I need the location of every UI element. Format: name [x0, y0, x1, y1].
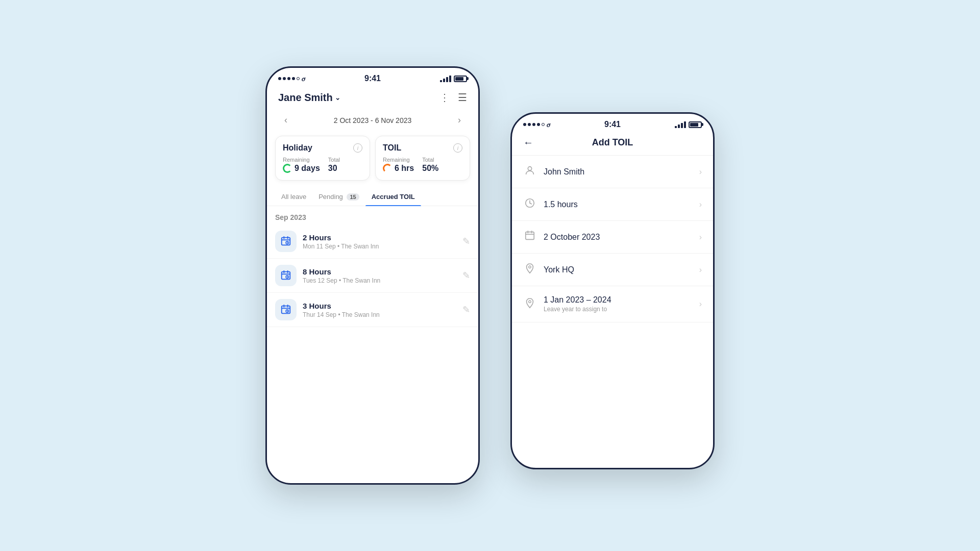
toil-remaining-text: 6 hrs: [395, 164, 414, 173]
svg-rect-7: [282, 272, 290, 280]
clock-svg: [524, 197, 535, 209]
dot-3: [287, 77, 290, 80]
battery-icon-left: [454, 76, 467, 82]
menu-icon[interactable]: ☰: [458, 91, 467, 104]
dot-2: [283, 77, 286, 80]
battery-icon-right: [689, 121, 702, 128]
svg-line-13: [287, 277, 288, 278]
toil-info-icon[interactable]: i: [453, 143, 462, 153]
leave-icon-wrap-2: [275, 299, 297, 320]
rbar-2: [678, 124, 680, 128]
add-toil-title: Add TOIL: [592, 137, 633, 148]
leave-info-0: 2 Hours Mon 11 Sep • The Swan Inn: [303, 233, 456, 250]
user-chevron-icon: ⌄: [335, 94, 340, 102]
leave-info-2: 3 Hours Thur 14 Sep • The Swan Inn: [303, 302, 456, 318]
rbar-1: [675, 126, 677, 128]
form-row-date[interactable]: 2 October 2023 ›: [512, 221, 713, 254]
holiday-title: Holiday: [283, 143, 312, 153]
date-nav: ‹ 2 Oct 2023 - 6 Nov 2023 ›: [273, 110, 472, 131]
person-svg: [524, 165, 535, 176]
rdot-3: [532, 123, 535, 126]
leave-icon-wrap-0: [275, 231, 297, 252]
toil-total: Total 50%: [422, 157, 438, 173]
battery-fill: [455, 77, 463, 81]
holiday-remaining-label: Remaining: [283, 157, 320, 163]
form-row-location[interactable]: York HQ ›: [512, 254, 713, 286]
person-value: John Smith: [544, 167, 692, 177]
status-bar-left: 𝜎 9:41: [267, 68, 478, 86]
next-date-button[interactable]: ›: [458, 115, 461, 126]
toil-remaining-value: 6 hrs: [383, 164, 414, 173]
form-row-leave-year[interactable]: 1 Jan 2023 – 2024 Leave year to assign t…: [512, 286, 713, 322]
form-row-content-person: John Smith: [544, 167, 692, 177]
holiday-circle-icon: [283, 164, 292, 173]
status-right-right: [675, 121, 702, 128]
dot-5: [297, 77, 300, 80]
rdot-4: [537, 123, 540, 126]
leave-sub-0: Mon 11 Sep • The Swan Inn: [303, 243, 456, 250]
user-name-display[interactable]: Jane Smith ⌄: [278, 92, 340, 104]
status-left: 𝜎: [278, 74, 305, 83]
location-row-arrow: ›: [699, 265, 702, 274]
svg-line-20: [287, 311, 288, 312]
pending-badge: 15: [347, 193, 359, 201]
user-name-text: Jane Smith: [278, 92, 333, 104]
leave-item-1[interactable]: 8 Hours Tues 12 Sep • The Swan Inn ✎: [267, 259, 478, 293]
tab-all-leave[interactable]: All leave: [275, 188, 312, 206]
leave-hours-0: 2 Hours: [303, 233, 456, 242]
add-toil-header: ← Add TOIL: [512, 132, 713, 156]
calendar-svg: [524, 230, 535, 241]
left-phone: 𝜎 9:41 Jane Smith ⌄ ⋮ ☰ ‹ 2 Oct 202: [265, 66, 480, 485]
leave-note-icon-0: ✎: [462, 236, 470, 247]
holiday-total: Total 30: [328, 157, 340, 173]
holiday-remaining: Remaining 9 days: [283, 157, 320, 173]
rdot-2: [528, 123, 531, 126]
tab-pending[interactable]: Pending 15: [312, 188, 365, 206]
svg-rect-0: [282, 238, 290, 245]
holiday-total-label: Total: [328, 157, 340, 163]
pin-svg: [524, 297, 535, 309]
person-icon: [523, 165, 536, 179]
back-button[interactable]: ←: [523, 137, 533, 148]
leave-item-0[interactable]: 2 Hours Mon 11 Sep • The Swan Inn ✎: [267, 224, 478, 259]
form-row-person[interactable]: John Smith ›: [512, 156, 713, 188]
status-time-left: 9:41: [364, 74, 381, 83]
status-time-right: 9:41: [604, 120, 621, 129]
right-phone: 𝜎 9:41 ← Add TOIL: [510, 112, 715, 469]
status-bar-right: 𝜎 9:41: [512, 114, 713, 132]
toil-remaining: Remaining 6 hrs: [383, 157, 414, 173]
leave-sub-1: Tues 12 Sep • The Swan Inn: [303, 277, 456, 284]
status-left-right: 𝜎: [523, 120, 550, 129]
bar-2: [443, 79, 445, 82]
leave-year-row-arrow: ›: [699, 299, 702, 309]
person-row-arrow: ›: [699, 167, 702, 177]
leave-item-2[interactable]: 3 Hours Thur 14 Sep • The Swan Inn ✎: [267, 293, 478, 327]
location-value: York HQ: [544, 265, 692, 274]
leave-note-icon-1: ✎: [462, 270, 470, 281]
signal-bars-right: [675, 121, 686, 128]
form-row-hours[interactable]: 1.5 hours ›: [512, 188, 713, 221]
holiday-stats: Remaining 9 days Total 30: [283, 157, 362, 173]
prev-date-button[interactable]: ‹: [284, 115, 287, 126]
filter-icon[interactable]: ⋮: [439, 91, 450, 104]
toil-circle-icon: [383, 164, 392, 173]
wifi-icon-right: 𝜎: [547, 120, 550, 129]
toil-total-value: 50%: [422, 164, 438, 173]
toil-total-label: Total: [422, 157, 438, 163]
tab-accrued-toil[interactable]: Accrued TOIL: [365, 188, 421, 206]
leave-sub-2: Thur 14 Sep • The Swan Inn: [303, 311, 456, 318]
section-title: Sep 2023: [267, 206, 478, 224]
rbar-4: [684, 121, 686, 128]
status-right-left: [440, 75, 467, 82]
cards-row: Holiday i Remaining 9 days Total 30: [267, 131, 478, 186]
signal-dots-right: [523, 123, 545, 126]
wifi-icon: 𝜎: [302, 74, 305, 83]
leave-note-icon-2: ✎: [462, 304, 470, 315]
rdot-1: [523, 123, 526, 126]
hours-row-arrow: ›: [699, 200, 702, 209]
holiday-info-icon[interactable]: i: [353, 143, 362, 153]
toil-stats: Remaining 6 hrs Total 50%: [383, 157, 462, 173]
date-range-label: 2 Oct 2023 - 6 Nov 2023: [334, 116, 412, 124]
bar-1: [440, 80, 442, 82]
svg-rect-25: [526, 232, 534, 240]
